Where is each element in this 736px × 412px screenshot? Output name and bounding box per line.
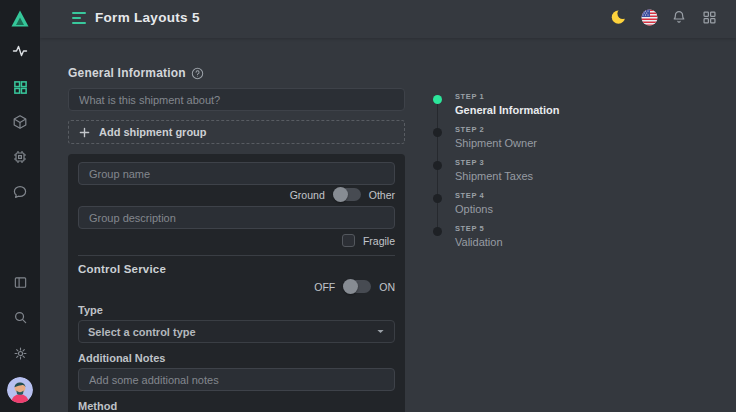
chat-icon — [12, 184, 28, 204]
switch-knob — [333, 187, 348, 202]
off-label: OFF — [314, 281, 335, 293]
ground-other-toggle-row: Ground Other — [78, 187, 395, 202]
method-label: Method — [78, 400, 395, 412]
shipment-group-card: Ground Other Fragile Control Service OFF… — [68, 154, 405, 412]
sidebar-search-button[interactable] — [0, 310, 40, 328]
step-title: Validation — [455, 236, 503, 248]
step-title: Shipment Owner — [455, 137, 537, 149]
us-flag-icon — [641, 9, 658, 30]
card-divider — [78, 255, 395, 256]
plus-icon — [79, 127, 90, 138]
page-title: Form Layouts 5 — [95, 10, 200, 25]
chip-icon — [12, 149, 28, 169]
step-number: STEP 3 — [455, 158, 533, 167]
stepper-step-3[interactable]: STEP 3 Shipment Taxes — [433, 158, 560, 191]
step-title: General Information — [455, 104, 560, 116]
step-title: Shipment Taxes — [455, 170, 533, 182]
control-type-value: Select a control type — [88, 326, 196, 338]
page: { "header": { "title": "Form Layouts 5" … — [0, 0, 736, 412]
moon-icon — [611, 9, 627, 29]
notifications-button[interactable] — [670, 10, 688, 28]
sidebar-item-components[interactable] — [0, 115, 40, 133]
sidebar-item-messages[interactable] — [0, 185, 40, 203]
step-dot — [433, 161, 442, 170]
add-shipment-group-label: Add shipment group — [99, 126, 207, 138]
step-number: STEP 5 — [455, 224, 503, 233]
stepper-step-1[interactable]: STEP 1 General Information — [433, 92, 560, 125]
control-type-select[interactable]: Select a control type — [78, 320, 395, 343]
user-avatar[interactable] — [7, 377, 33, 403]
fragile-label: Fragile — [363, 235, 395, 247]
step-dot — [433, 194, 442, 203]
sidebar-settings-button[interactable] — [0, 346, 40, 364]
sidebar-item-extra[interactable] — [0, 150, 40, 168]
avatar-image — [7, 389, 33, 403]
activity-icon — [12, 43, 28, 63]
sidebar — [0, 0, 40, 412]
theme-toggle-button[interactable] — [610, 10, 628, 28]
additional-notes-label: Additional Notes — [78, 352, 395, 364]
stepper-step-5[interactable]: STEP 5 Validation — [433, 224, 560, 257]
grid-icon — [13, 80, 28, 99]
search-icon — [13, 310, 28, 329]
other-label: Other — [369, 189, 395, 201]
fragile-row: Fragile — [78, 233, 395, 248]
cube-icon — [12, 114, 28, 134]
add-shipment-group-button[interactable]: Add shipment group — [68, 120, 405, 144]
step-title: Options — [455, 203, 493, 215]
fragile-checkbox[interactable] — [342, 234, 355, 247]
ground-other-switch[interactable] — [333, 188, 361, 201]
header: Form Layouts 5 — [40, 0, 736, 38]
additional-notes-input[interactable] — [78, 368, 395, 391]
logo-triangle-icon — [9, 8, 31, 32]
step-dot — [433, 227, 442, 236]
apps-menu-button[interactable] — [700, 10, 718, 28]
stepper-step-4[interactable]: STEP 4 Options — [433, 191, 560, 224]
apps-grid-icon — [702, 10, 717, 29]
form-stepper: STEP 1 General Information STEP 2 Shipme… — [433, 92, 560, 257]
sidebar-toggle-panel[interactable] — [0, 275, 40, 293]
step-dot-active — [433, 95, 442, 104]
step-dot — [433, 128, 442, 137]
shipment-about-input[interactable] — [68, 88, 405, 111]
section-heading: General Information — [68, 66, 204, 80]
group-name-input[interactable] — [78, 162, 395, 185]
off-on-switch[interactable] — [343, 280, 371, 293]
step-number: STEP 4 — [455, 191, 493, 200]
on-label: ON — [379, 281, 395, 293]
type-label: Type — [78, 304, 395, 316]
language-selector-button[interactable] — [640, 10, 658, 28]
header-actions — [610, 10, 718, 28]
chevron-down-icon — [376, 327, 385, 336]
help-question-icon[interactable] — [191, 67, 204, 80]
group-description-input[interactable] — [78, 206, 395, 229]
sidebar-item-activity[interactable] — [0, 44, 40, 62]
app-logo[interactable] — [0, 8, 40, 32]
control-service-title: Control Service — [78, 263, 395, 275]
panel-icon — [13, 275, 28, 294]
gear-icon — [13, 346, 28, 365]
switch-knob — [343, 279, 358, 294]
off-on-toggle-row: OFF ON — [78, 279, 395, 294]
ground-label: Ground — [290, 189, 325, 201]
stepper-step-2[interactable]: STEP 2 Shipment Owner — [433, 125, 560, 158]
step-number: STEP 2 — [455, 125, 537, 134]
bell-icon — [671, 9, 687, 29]
hamburger-icon — [72, 12, 86, 14]
section-title: General Information — [68, 66, 186, 80]
sidebar-item-layouts[interactable] — [0, 80, 40, 98]
menu-toggle-button[interactable] — [72, 12, 87, 25]
step-number: STEP 1 — [455, 92, 560, 101]
